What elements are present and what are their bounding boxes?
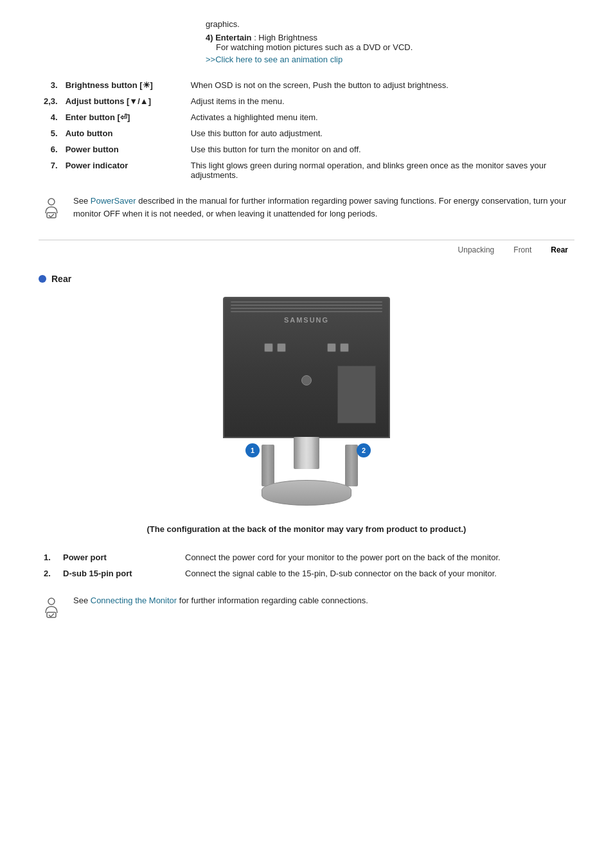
svg-point-2 [48,598,55,605]
feature-label: Brightness button [☀] [60,77,186,93]
note-text-1: See PowerSaver described in the manual f… [73,195,574,220]
feature-desc: Adjust items in the menu. [186,93,574,109]
feature-num: 6. [39,141,60,157]
entertain-sub: For watching motion pictures such as a D… [206,42,574,52]
nav-front[interactable]: Front [513,245,531,254]
rear-feature-num: 2. [39,565,58,581]
samsung-label: SAMSUNG [284,316,329,324]
nav-bar: Unpacking Front Rear [39,240,574,254]
port-row [244,343,369,352]
note1-before: See [73,196,91,206]
feature-desc: When OSD is not on the screen, Push the … [186,77,574,93]
feature-num: 3. [39,77,60,93]
port-block [340,343,349,352]
entertain-colon: : High Brightness [252,33,318,42]
rear-feature-desc: Connect the signal cable to the 15-pin, … [180,565,574,581]
vent-line [231,308,382,309]
feature-num: 2,3. [39,93,60,109]
feature-num: 4. [39,109,60,125]
rear-feature-desc: Connect the power cord for your monitor … [180,549,574,565]
port-block [327,343,336,352]
feature-label: Adjust buttons [▼/▲] [60,93,186,109]
section-dot [39,275,46,283]
svg-point-0 [48,199,55,205]
rear-feature-table: 1. Power port Connect the power cord for… [39,549,574,581]
cable-left [262,445,274,486]
note2-after: for further information regarding cable … [177,596,368,605]
feature-row: 2,3. Adjust buttons [▼/▲] Adjust items i… [39,93,574,109]
note2-before: See [73,596,91,605]
rear-feature-label: Power port [58,549,180,565]
rear-section-title: Rear [51,274,71,284]
nav-rear[interactable]: Rear [551,245,568,254]
connecting-monitor-link[interactable]: Connecting the Monitor [91,596,177,605]
port-group-right [327,343,349,352]
feature-row: 4. Enter button [⏎] Activates a highligh… [39,109,574,125]
feature-label: Auto button [60,125,186,141]
entertain-block: 4) Entertain : High Brightness For watch… [206,33,574,64]
note-box-1: See PowerSaver described in the manual f… [39,195,574,220]
feature-desc: Activates a highlighted menu item. [186,109,574,125]
feature-num: 7. [39,157,60,183]
rear-feature-row: 1. Power port Connect the power cord for… [39,549,574,565]
feature-label: Power button [60,141,186,157]
feature-row: 6. Power button Use this button for turn… [39,141,574,157]
entertain-title-line: 4) Entertain : High Brightness [206,33,574,42]
feature-label: Power indicator [60,157,186,183]
animation-link[interactable]: >>Click here to see an animation clip [206,55,342,64]
feature-table: 3. Brightness button [☀] When OSD is not… [39,77,574,183]
badge-1: 1 [245,443,260,457]
feature-num: 5. [39,125,60,141]
feature-desc: This light glows green during normal ope… [186,157,574,183]
top-section: graphics. 4) Entertain : High Brightness… [39,19,574,64]
monitor-image: SAMSUNG 1 2 [39,297,574,509]
port-group-left [264,343,286,352]
port-block [264,343,273,352]
feature-desc: Use this button for turn the monitor on … [186,141,574,157]
note-icon-1 [39,195,64,220]
rear-section-header: Rear [39,274,574,284]
rear-feature-label: D-sub 15-pin port [58,565,180,581]
note-box-2: See Connecting the Monitor for further i… [39,594,574,620]
note-icon-2 [39,594,64,620]
feature-row: 3. Brightness button [☀] When OSD is not… [39,77,574,93]
feature-label: Enter button [⏎] [60,109,186,125]
feature-row: 5. Auto button Use this button for auto … [39,125,574,141]
config-note: (The configuration at the back of the mo… [39,524,574,534]
cable-right [345,445,358,486]
monitor-rear-diagram: SAMSUNG 1 2 [210,297,403,509]
vent-area [231,301,382,313]
badge-2: 2 [357,443,371,457]
intro-text: graphics. [206,19,574,29]
note1-after: described in the manual for further info… [73,196,566,218]
vent-line [231,305,382,306]
stand-base [262,480,351,506]
back-panel [337,366,376,423]
feature-row: 7. Power indicator This light glows gree… [39,157,574,183]
note-text-2: See Connecting the Monitor for further i… [73,594,368,607]
stand-neck [294,437,319,469]
rear-feature-row: 2. D-sub 15-pin port Connect the signal … [39,565,574,581]
monitor-body: SAMSUNG [223,297,390,438]
rear-feature-num: 1. [39,549,58,565]
vent-line [231,311,382,312]
nav-unpacking[interactable]: Unpacking [458,245,495,254]
port-block [277,343,286,352]
feature-desc: Use this button for auto adjustment. [186,125,574,141]
powersaver-link[interactable]: PowerSaver [91,196,136,206]
vent-line [231,301,382,303]
entertain-label: 4) Entertain [206,33,252,42]
center-knob [301,375,312,385]
